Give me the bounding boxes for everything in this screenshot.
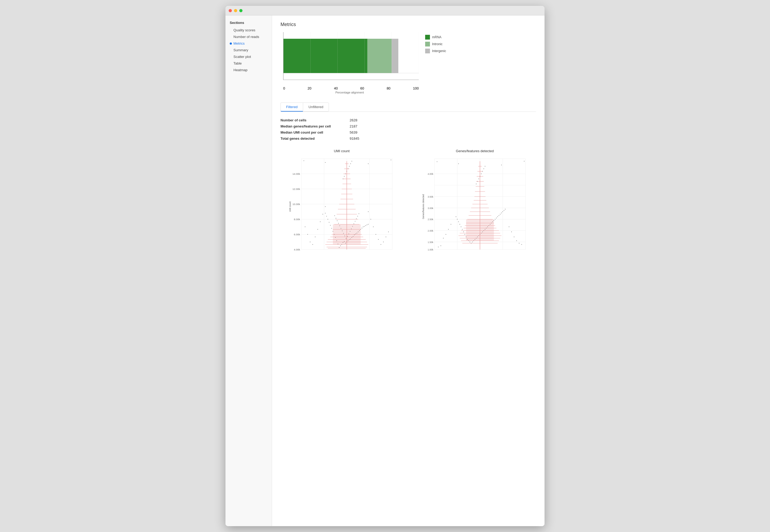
svg-point-88 <box>318 229 318 229</box>
svg-point-213 <box>501 165 501 165</box>
svg-point-194 <box>450 224 451 224</box>
app-window: Sections Quality scoresNumber of readsMe… <box>226 6 544 526</box>
genes-features-chart: Genes/features detected <box>414 149 536 257</box>
svg-text:3.00k: 3.00k <box>428 207 433 210</box>
svg-text:6.00k: 6.00k <box>294 233 300 236</box>
svg-point-176 <box>495 219 495 219</box>
tabs-container: Filtered Unfiltered <box>281 103 536 112</box>
svg-point-36 <box>340 245 341 246</box>
svg-point-199 <box>516 240 516 241</box>
svg-point-81 <box>368 211 369 212</box>
app-body: Sections Quality scoresNumber of readsMe… <box>226 15 544 526</box>
sidebar-item-label: Summary <box>234 48 248 52</box>
svg-point-97 <box>388 232 389 232</box>
minimize-button[interactable] <box>234 9 237 12</box>
svg-point-206 <box>481 173 481 174</box>
dot-placeholder <box>230 56 232 58</box>
svg-point-57 <box>367 224 367 225</box>
close-button[interactable] <box>229 9 232 12</box>
svg-point-86 <box>320 222 320 222</box>
metrics-table: Number of cells2628Median genes/features… <box>281 117 536 142</box>
svg-point-106 <box>352 161 352 161</box>
sidebar-item-summary[interactable]: Summary <box>226 47 272 53</box>
legend-label-intronic: Intronic <box>432 42 442 46</box>
metrics-label: Total genes detected <box>281 137 350 141</box>
sidebar-item-heatmap[interactable]: Heatmap <box>226 67 272 73</box>
sidebar-item-metrics[interactable]: Metrics <box>226 40 272 47</box>
sidebar-item-label: Number of reads <box>234 35 259 39</box>
svg-point-187 <box>458 222 459 222</box>
svg-text:4.00k: 4.00k <box>294 248 300 251</box>
metrics-value: 2628 <box>350 118 357 122</box>
svg-point-59 <box>368 224 369 224</box>
svg-point-215 <box>524 161 524 161</box>
svg-point-200 <box>443 238 443 239</box>
svg-point-181 <box>462 229 462 229</box>
svg-point-49 <box>362 228 362 228</box>
legend-label-mrna: mRNA <box>432 35 441 39</box>
svg-point-98 <box>305 227 305 227</box>
metrics-value: 2187 <box>350 124 357 128</box>
titlebar <box>226 6 544 15</box>
dot-placeholder <box>230 29 232 31</box>
dot-placeholder <box>230 62 232 65</box>
svg-point-53 <box>364 226 365 227</box>
svg-point-50 <box>331 228 332 229</box>
tab-filtered[interactable]: Filtered <box>281 103 303 112</box>
metrics-row: Number of cells2628 <box>281 117 536 123</box>
svg-point-214 <box>458 163 459 164</box>
svg-point-193 <box>509 227 509 227</box>
x-label-40: 40 <box>334 86 338 90</box>
svg-point-52 <box>330 225 331 225</box>
svg-point-204 <box>438 247 438 247</box>
svg-point-185 <box>459 224 460 224</box>
umi-count-title: UMI count <box>334 149 350 153</box>
bar-chart <box>283 32 419 80</box>
tab-unfiltered[interactable]: Unfiltered <box>303 103 329 112</box>
svg-point-75 <box>356 218 357 219</box>
svg-text:4.00k: 4.00k <box>428 173 433 175</box>
svg-point-210 <box>483 168 484 169</box>
sidebar-item-table[interactable]: Table <box>226 60 272 67</box>
svg-point-78 <box>336 218 336 219</box>
svg-text:12.00k: 12.00k <box>293 188 300 190</box>
metrics-label: Number of cells <box>281 118 350 122</box>
svg-rect-240 <box>466 219 494 241</box>
metrics-value: 91845 <box>350 137 359 141</box>
svg-point-196 <box>448 229 448 229</box>
sidebar-item-label: Scatter plot <box>234 55 251 59</box>
sidebar-item-scatter-plot[interactable]: Scatter plot <box>226 53 272 60</box>
sidebar-item-label: Metrics <box>234 41 245 45</box>
legend-color-intergenic <box>425 49 430 53</box>
svg-point-94 <box>310 242 310 242</box>
svg-point-71 <box>354 223 354 224</box>
sidebar-item-label: Heatmap <box>234 68 248 72</box>
genes-svg: 1.00k 1.50k 2.00k 2.50k 3.00k 3.50k 4.00… <box>414 156 536 257</box>
svg-point-202 <box>440 245 441 246</box>
genes-plot-area: 1.00k 1.50k 2.00k 2.50k 3.00k 3.50k 4.00… <box>414 156 536 257</box>
svg-point-169 <box>469 242 470 242</box>
main-content: Metrics <box>272 15 544 526</box>
svg-text:2.50k: 2.50k <box>428 218 433 221</box>
svg-point-56 <box>328 219 328 219</box>
sidebar-item-quality-scores[interactable]: Quality scores <box>226 27 272 33</box>
svg-rect-1 <box>367 39 392 73</box>
svg-point-76 <box>337 220 337 221</box>
chart-legend: mRNA Intronic Intergenic <box>425 32 446 53</box>
maximize-button[interactable] <box>239 9 243 12</box>
svg-point-58 <box>326 216 327 216</box>
svg-text:2.00k: 2.00k <box>428 229 433 232</box>
svg-point-95 <box>386 237 386 237</box>
traffic-lights <box>229 9 243 12</box>
x-label-20: 20 <box>308 86 311 90</box>
page-title: Metrics <box>281 22 536 27</box>
svg-point-55 <box>365 225 366 226</box>
sidebar-item-number-of-reads[interactable]: Number of reads <box>226 33 272 40</box>
svg-point-207 <box>478 178 479 179</box>
x-label-60: 60 <box>360 86 364 90</box>
sidebar-item-label: Table <box>234 61 242 65</box>
svg-point-60 <box>325 213 325 214</box>
dot-placeholder <box>230 36 232 38</box>
svg-point-188 <box>502 211 503 212</box>
metrics-row: Median UMI count per cell5639 <box>281 129 536 135</box>
